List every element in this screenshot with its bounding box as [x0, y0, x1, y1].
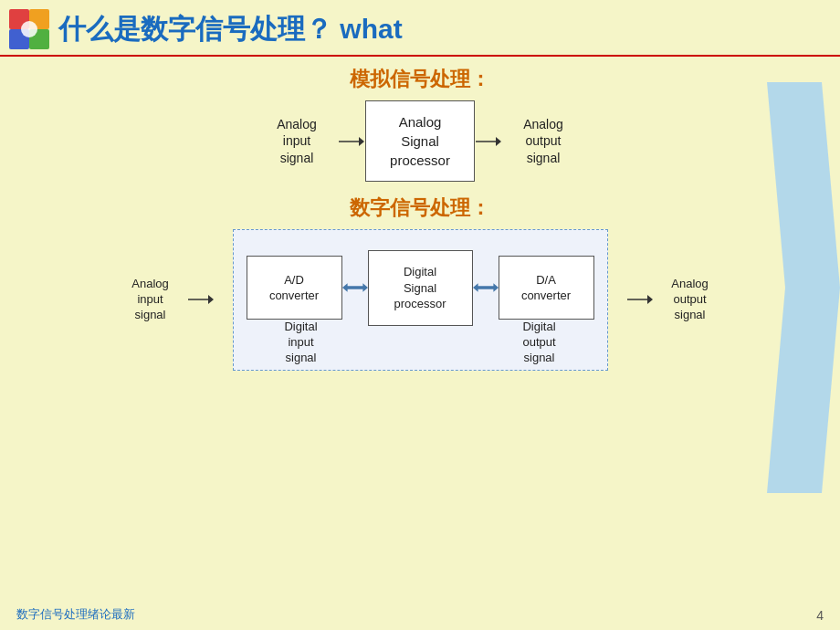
arrow-ad-dsp — [342, 279, 368, 296]
header: 什么是数字信号处理？ what — [0, 0, 840, 57]
dsp-arrow-out — [626, 291, 654, 308]
analog-output-label: Analogoutputsignal — [502, 116, 584, 166]
svg-marker-7 — [359, 137, 364, 146]
svg-point-4 — [21, 21, 37, 37]
dsp-diagram: Analoginputsignal A/Dconverter — [27, 229, 813, 371]
analog-section-title: 模拟信号处理： — [27, 66, 813, 93]
dsp-analog-output-label: Analogoutputsignal — [654, 277, 727, 323]
arrow-from-processor — [475, 133, 502, 150]
analog-diagram-row: Analoginputsignal AnalogSignalprocessor … — [27, 100, 813, 182]
dsp-box: DigitalSignalprocessor — [368, 250, 473, 326]
dsp-arrow-in — [187, 291, 215, 308]
digital-input-sublabel: Digitalinputsignal — [247, 320, 356, 366]
main-content: 模拟信号处理： Analoginputsignal AnalogSignalpr… — [0, 66, 840, 371]
footer-label: 数字信号处理绪论最新 — [16, 606, 135, 623]
analog-processor-box: AnalogSignalprocessor — [365, 100, 475, 182]
svg-marker-13 — [473, 284, 499, 292]
logo-icon — [9, 9, 49, 49]
svg-marker-9 — [496, 137, 501, 146]
dsp-analog-input-label: Analoginputsignal — [114, 277, 187, 323]
analog-section: 模拟信号处理： Analoginputsignal AnalogSignalpr… — [27, 66, 813, 182]
digital-section-title: 数字信号处理： — [27, 194, 813, 222]
da-converter-box: D/Aconverter — [499, 256, 594, 320]
svg-marker-12 — [342, 284, 368, 292]
analog-input-label: Analoginputsignal — [256, 116, 338, 166]
arrow-dsp-da — [473, 279, 499, 296]
svg-marker-11 — [208, 295, 214, 304]
dsp-dashed-container: A/Dconverter DigitalSignalprocessor — [233, 229, 608, 371]
digital-output-sublabel: Digitaloutputsignal — [485, 320, 594, 366]
arrow-to-processor — [338, 133, 365, 150]
page-title: 什么是数字信号处理？ what — [58, 11, 403, 48]
svg-marker-15 — [647, 295, 653, 304]
ad-converter-box: A/Dconverter — [247, 256, 342, 320]
page-number: 4 — [816, 608, 824, 623]
digital-section: 数字信号处理： Analoginputsignal A/Dconverter — [27, 194, 813, 371]
